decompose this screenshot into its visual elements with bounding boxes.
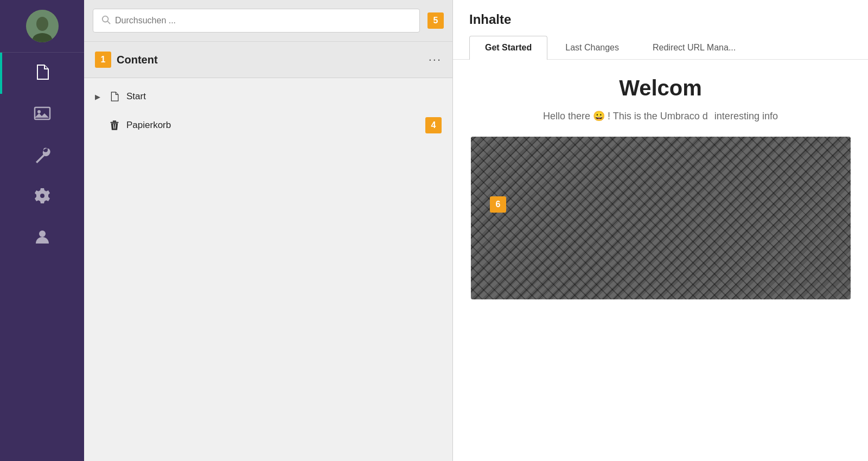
avatar[interactable] bbox=[26, 10, 59, 42]
section-badge: 1 bbox=[95, 52, 111, 68]
section-header: 1 Content ··· bbox=[84, 42, 452, 78]
tree-item-start-label: Start bbox=[126, 91, 442, 102]
tab-redirect-url[interactable]: Redirect URL Mana... bbox=[637, 36, 751, 59]
svg-rect-9 bbox=[111, 122, 119, 123]
tab-get-started[interactable]: Get Started bbox=[469, 36, 547, 60]
search-input-wrap[interactable] bbox=[93, 9, 420, 33]
welcome-section: Welcom Hello there 😀 ! This is the Umbra… bbox=[469, 76, 852, 124]
welcome-heading: Welcom bbox=[469, 76, 852, 100]
fence-pattern bbox=[471, 137, 851, 299]
image-icon bbox=[34, 105, 51, 124]
main-panel: Inhalte Get Started Last Changes Redirec… bbox=[453, 0, 868, 461]
sidebar-item-media[interactable] bbox=[0, 94, 84, 135]
document-icon-start bbox=[109, 91, 120, 102]
svg-point-4 bbox=[37, 110, 41, 113]
user-icon bbox=[34, 228, 51, 248]
welcome-text-content: Hello there 😀 ! This is the Umbraco d bbox=[543, 109, 708, 124]
document-icon bbox=[34, 63, 51, 83]
content-image bbox=[471, 137, 851, 299]
welcome-text: Hello there 😀 ! This is the Umbraco d in… bbox=[469, 109, 852, 124]
section-title-row: 1 Content bbox=[95, 52, 158, 68]
tree-content: ▶ Start ▶ Papierkorb 4 bbox=[84, 78, 452, 461]
svg-point-5 bbox=[39, 230, 46, 237]
sidebar-item-config[interactable] bbox=[0, 176, 84, 217]
nav-items bbox=[0, 53, 84, 461]
main-header: Inhalte Get Started Last Changes Redirec… bbox=[453, 0, 868, 60]
section-title: Content bbox=[117, 54, 158, 66]
icon-nav bbox=[0, 0, 84, 461]
svg-point-6 bbox=[103, 16, 108, 22]
badge-6: 6 bbox=[490, 196, 506, 213]
gear-icon bbox=[34, 187, 51, 207]
page-title: Inhalte bbox=[469, 12, 852, 27]
expand-arrow-start: ▶ bbox=[95, 93, 103, 101]
papierkorb-badge: 4 bbox=[425, 117, 442, 133]
trash-icon-papierkorb bbox=[109, 120, 120, 131]
svg-point-1 bbox=[36, 17, 48, 31]
main-body: Welcom Hello there 😀 ! This is the Umbra… bbox=[453, 60, 868, 461]
tab-bar: Get Started Last Changes Redirect URL Ma… bbox=[469, 36, 852, 59]
welcome-text-content2: interesting info bbox=[714, 109, 778, 124]
section-menu-button[interactable]: ··· bbox=[429, 53, 442, 67]
tree-item-papierkorb-label: Papierkorb bbox=[126, 120, 416, 131]
search-bar: 5 bbox=[84, 0, 452, 42]
wrench-icon bbox=[34, 146, 51, 165]
tree-item-papierkorb[interactable]: ▶ Papierkorb 4 bbox=[84, 110, 452, 141]
svg-rect-8 bbox=[113, 120, 116, 122]
badge-6-overlay: 6 bbox=[487, 196, 506, 213]
sidebar-item-settings[interactable] bbox=[0, 135, 84, 176]
tree-item-start[interactable]: ▶ Start bbox=[84, 84, 452, 110]
avatar-area bbox=[0, 0, 84, 52]
search-icon bbox=[101, 15, 111, 27]
svg-line-7 bbox=[107, 21, 110, 24]
sidebar-item-content[interactable] bbox=[0, 53, 84, 94]
search-badge: 5 bbox=[427, 12, 444, 29]
tab-last-changes[interactable]: Last Changes bbox=[550, 36, 635, 59]
tree-panel: 5 1 Content ··· ▶ Start ▶ bbox=[84, 0, 453, 461]
search-input[interactable] bbox=[115, 16, 412, 25]
sidebar-item-users[interactable] bbox=[0, 217, 84, 259]
